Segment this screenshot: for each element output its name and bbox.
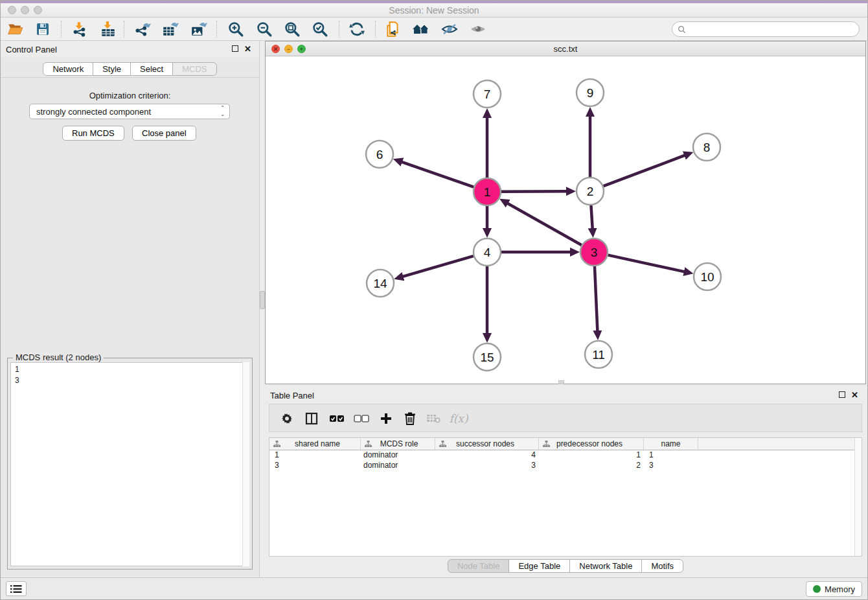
- open-session-icon[interactable]: [6, 19, 25, 39]
- status-bar: Memory: [1, 577, 867, 599]
- close-table-panel-icon[interactable]: ✕: [851, 390, 858, 400]
- network-window-titlebar[interactable]: ✕ − + scc.txt: [266, 41, 865, 56]
- export-image-icon[interactable]: [189, 19, 209, 39]
- cell-name[interactable]: 1: [644, 450, 698, 461]
- cell-mcds-role[interactable]: dominator: [361, 461, 435, 471]
- graph-node-4[interactable]: 4: [474, 238, 501, 266]
- node-label: 10: [700, 270, 714, 284]
- graph-node-2[interactable]: 2: [577, 178, 604, 205]
- mcds-result-scrollbar[interactable]: [242, 362, 249, 566]
- mcds-result-groupbox: MCDS result (2 nodes) 1 3: [7, 358, 253, 570]
- graph-node-14[interactable]: 14: [367, 270, 394, 297]
- optimization-criterion-select[interactable]: strongly connected component ⌃⌄: [29, 104, 230, 119]
- search-icon: [678, 25, 686, 34]
- col-name[interactable]: name: [644, 438, 698, 450]
- float-table-panel-icon[interactable]: [839, 391, 845, 398]
- network-resize-grip[interactable]: [558, 380, 564, 384]
- node-table: shared name MCDS role successor nodes pr…: [269, 437, 862, 557]
- cell-name[interactable]: 3: [644, 461, 698, 471]
- network-graph[interactable]: 7968124314101511: [266, 56, 865, 384]
- edge-3-10[interactable]: [608, 255, 684, 272]
- hierarchy-icon: [273, 441, 280, 448]
- graph-node-3[interactable]: 3: [580, 238, 608, 266]
- col-mcds-role[interactable]: MCDS role: [361, 438, 435, 450]
- memory-button[interactable]: Memory: [806, 581, 862, 597]
- graph-node-7[interactable]: 7: [474, 80, 501, 108]
- col-predecessor-nodes[interactable]: predecessor nodes: [539, 438, 644, 450]
- close-panel-button[interactable]: Close panel: [132, 126, 196, 141]
- refresh-icon[interactable]: [347, 19, 367, 39]
- edge-3-1[interactable]: [507, 203, 581, 246]
- edge-1-6[interactable]: [402, 162, 474, 187]
- cell-predecessor-nodes[interactable]: 2: [539, 461, 644, 471]
- show-eye-icon[interactable]: [468, 19, 488, 39]
- cell-successor-nodes[interactable]: 4: [435, 450, 539, 461]
- tab-edge-table[interactable]: Edge Table: [508, 559, 570, 573]
- tab-style[interactable]: Style: [93, 62, 131, 76]
- edge-1-2[interactable]: [501, 191, 567, 192]
- tab-network-table[interactable]: Network Table: [569, 559, 642, 573]
- table-panel-header: Table Panel ✕: [265, 387, 866, 404]
- table-row[interactable]: 1 dominator 4 1 1: [269, 450, 862, 461]
- tab-node-table[interactable]: Node Table: [448, 559, 510, 573]
- cell-shared-name[interactable]: 1: [269, 450, 361, 461]
- hide-eye-icon[interactable]: [440, 19, 459, 39]
- graph-node-9[interactable]: 9: [577, 79, 604, 106]
- zoom-selected-icon[interactable]: [310, 19, 330, 39]
- run-mcds-button[interactable]: Run MCDS: [62, 126, 124, 141]
- export-network-icon[interactable]: [133, 19, 152, 39]
- function-builder-icon[interactable]: f(x): [450, 410, 467, 427]
- float-panel-icon[interactable]: [232, 45, 238, 52]
- home-icon[interactable]: [411, 19, 431, 39]
- col-successor-nodes[interactable]: successor nodes: [435, 438, 539, 450]
- app-title: Session: New Session: [1, 5, 867, 16]
- cell-predecessor-nodes[interactable]: 1: [539, 450, 644, 461]
- search-input[interactable]: [689, 25, 859, 34]
- cell-successor-nodes[interactable]: 3: [435, 461, 539, 471]
- save-session-icon[interactable]: [33, 19, 52, 39]
- table-header-row: shared name MCDS role successor nodes pr…: [269, 438, 862, 450]
- copy-network-icon[interactable]: [383, 19, 403, 39]
- cell-shared-name[interactable]: 3: [269, 461, 361, 471]
- mcds-result-text[interactable]: 1 3: [10, 362, 249, 566]
- cell-mcds-role[interactable]: dominator: [361, 450, 435, 461]
- tab-motifs[interactable]: Motifs: [641, 559, 683, 573]
- tab-select[interactable]: Select: [130, 62, 173, 76]
- toolbar-separator: [61, 21, 62, 38]
- node-label: 14: [373, 277, 387, 290]
- task-history-button[interactable]: [6, 581, 27, 596]
- zoom-out-icon[interactable]: [255, 19, 274, 39]
- graph-node-6[interactable]: 6: [366, 141, 393, 168]
- graph-node-1[interactable]: 1: [474, 178, 501, 205]
- table-row[interactable]: 3 dominator 3 2 3: [269, 461, 862, 471]
- delete-column-icon[interactable]: [402, 410, 418, 427]
- edge-4-14[interactable]: [403, 256, 474, 277]
- deselect-all-icon[interactable]: [353, 410, 370, 427]
- col-shared-name[interactable]: shared name: [269, 438, 361, 450]
- zoom-fit-icon[interactable]: [282, 19, 302, 39]
- tab-mcds[interactable]: MCDS: [172, 62, 216, 76]
- graph-node-11[interactable]: 11: [585, 341, 612, 368]
- add-column-icon[interactable]: [378, 410, 394, 427]
- graph-node-8[interactable]: 8: [693, 133, 720, 161]
- close-panel-icon[interactable]: ✕: [244, 44, 251, 54]
- table-settings-gear-icon[interactable]: [279, 410, 295, 427]
- table-scrollbar[interactable]: [854, 438, 862, 556]
- show-columns-icon[interactable]: [303, 410, 320, 427]
- export-table-icon[interactable]: [161, 19, 180, 39]
- select-all-icon[interactable]: [328, 410, 345, 427]
- network-canvas[interactable]: 7968124314101511: [266, 56, 865, 384]
- tab-network[interactable]: Network: [43, 62, 93, 76]
- graph-node-10[interactable]: 10: [694, 263, 721, 290]
- graph-node-15[interactable]: 15: [474, 343, 501, 371]
- optimization-criterion-value: strongly connected component: [36, 107, 151, 117]
- panel-splitter-grip[interactable]: [260, 291, 265, 309]
- import-network-icon[interactable]: [70, 19, 89, 39]
- edge-2-3[interactable]: [591, 205, 592, 229]
- delete-table-icon[interactable]: [425, 410, 442, 427]
- zoom-in-icon[interactable]: [226, 19, 246, 39]
- edge-2-8[interactable]: [604, 156, 685, 187]
- import-table-icon[interactable]: [98, 19, 118, 39]
- search-field[interactable]: [672, 21, 860, 37]
- edge-3-11[interactable]: [595, 266, 597, 331]
